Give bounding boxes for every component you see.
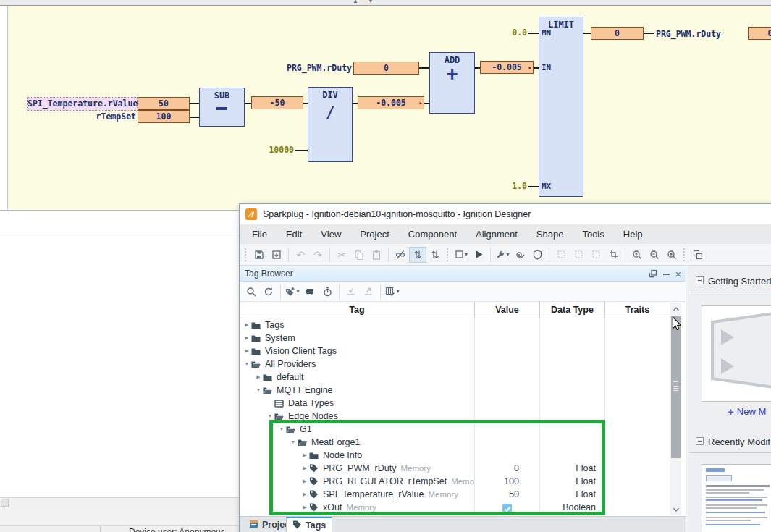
tag-row-xout[interactable]: ▶xOutMemoryBoolean [240,501,670,514]
fbd-var-pwm-rduty-in[interactable]: PRG_PWM.rDuty [277,62,352,75]
minimize-panel-icon[interactable] [663,274,670,275]
expand-arrow-icon[interactable]: ▶ [300,488,309,501]
disable-bindings-button[interactable] [392,247,409,263]
menu-item-component[interactable]: Component [399,229,466,240]
menu-item-edit[interactable]: Edit [277,229,311,240]
table-header[interactable]: Tag Value Data Type Traits [240,302,670,318]
transform-fit-button[interactable] [587,247,604,263]
tab-tags[interactable]: Tags [286,517,332,532]
fbd-value-limit-out[interactable]: 0 [591,27,644,40]
tag-row-prg-regulator-rtempset[interactable]: ▶PRG_REGULATOR_rTempSetMemory100Float [240,475,670,488]
editor-splitter[interactable]: ▲ ▼ [0,0,771,6]
menu-item-alignment[interactable]: Alignment [466,229,527,240]
splitter-up-icon[interactable]: ▲ [353,0,358,5]
menu-item-tools[interactable]: Tools [573,229,613,240]
expand-arrow-icon[interactable]: ▶ [243,332,251,345]
expand-arrow-icon[interactable]: ▶ [300,501,309,514]
zoom-in-button[interactable] [628,247,646,263]
fbd-literal-max[interactable]: 1.0 [508,182,527,191]
toolbar-grip[interactable] [683,248,686,261]
fbd-literal-min[interactable]: 0.0 [508,28,527,38]
collapse-section-icon[interactable] [696,276,704,287]
redo-button[interactable]: ↷ [309,247,326,263]
tag-row-tags[interactable]: ▶Tags [240,318,670,332]
fbd-value-pwm-out[interactable]: 0 [748,27,771,40]
collapse-arrow-icon[interactable]: ▼ [254,384,263,397]
menu-item-file[interactable]: File [243,229,277,240]
tools-wrench-button[interactable]: ▾ [494,247,511,263]
fbd-var-rtempset[interactable]: rTempSet [72,110,136,123]
new-tag-button[interactable]: ▾ [284,284,301,300]
copy-button[interactable] [350,247,368,263]
boolean-checkbox[interactable] [502,504,512,513]
menu-item-view[interactable]: View [311,229,350,240]
collapse-arrow-icon[interactable]: ▼ [289,436,298,449]
cut-button[interactable]: ✂ [333,247,350,263]
expand-arrow-icon[interactable]: ▶ [243,318,251,332]
expand-arrow-icon[interactable]: ▶ [300,475,309,488]
collapse-section-icon[interactable] [696,436,704,447]
fbd-block-sub[interactable]: SUB [199,88,245,127]
refresh-icon[interactable] [260,284,277,300]
window-title-bar[interactable]: Sparkplug - Ignition-debian10-ignition-m… [240,204,771,225]
fbd-literal-10000[interactable]: 10000 [268,145,294,155]
column-header-traits[interactable]: Traits [605,302,670,318]
fbd-var-pwm-rduty-out[interactable]: PRG_PWM.rDuty [656,28,746,41]
expand-arrow-icon[interactable]: ▶ [300,449,309,462]
zoom-selection-button[interactable] [663,247,681,263]
tag-row-data-types[interactable]: Data Types [240,397,670,410]
flip-horizontal-button[interactable]: ⇅ [426,247,444,263]
fbd-value-temp[interactable]: 50 [138,97,190,110]
recently-modified-thumbnail[interactable] [702,464,771,532]
tag-row-default[interactable]: ▶default [240,371,670,384]
menu-item-shape[interactable]: Shape [527,229,573,240]
collapse-arrow-icon[interactable]: ▼ [266,410,274,423]
fbd-block-add[interactable]: ADD + [429,52,475,114]
security-shield-button[interactable] [528,247,546,263]
tag-row-spi-temperature-rvalue[interactable]: ▶SPI_Temperature_rValueMemory50Float [240,488,670,501]
transform-expand-button[interactable] [552,247,570,263]
tag-browser-header[interactable]: Tag Browser × [240,266,686,282]
shape-tool-button[interactable]: ▾ [452,247,470,263]
expand-arrow-icon[interactable]: ▶ [243,345,251,358]
fbd-value-tempset[interactable]: 100 [138,110,190,123]
save-import-button[interactable] [268,247,285,263]
tag-row-g1[interactable]: ▼G1 [240,423,670,436]
transform-crop-button[interactable] [604,247,622,263]
polling-rate-button[interactable] [319,284,336,300]
save-button[interactable] [250,247,268,263]
tag-row-node-info[interactable]: ▶Node Info [240,449,670,462]
flip-vertical-button[interactable]: ⇅ [409,247,426,263]
recently-modified-section[interactable]: Recently Modif [696,436,770,447]
splitter-down-icon[interactable]: ▼ [368,0,374,5]
column-header-tag[interactable]: Tag [240,302,475,318]
edit-columns-button[interactable]: ▾ [384,284,401,300]
scrollbar-thumb[interactable] [1,499,9,507]
zoom-out-button[interactable] [646,247,663,263]
import-tags-button[interactable] [342,284,360,300]
collapse-arrow-icon[interactable]: ▼ [243,358,251,371]
vertical-scrollbar[interactable] [670,303,681,515]
expand-arrow-icon[interactable]: ▶ [300,462,309,475]
export-tags-button[interactable] [360,284,377,300]
menu-item-project[interactable]: Project [350,229,398,240]
paste-button[interactable] [368,247,385,263]
fbd-value-div-out[interactable]: -0.005▸ [358,96,424,109]
column-header-datatype[interactable]: Data Type [540,302,605,318]
close-panel-icon[interactable]: × [675,270,681,279]
tag-row-edge-nodes[interactable]: ▼Edge Nodes [240,410,670,423]
undo-button[interactable]: ↶ [292,247,309,263]
tag-row-mqtt-engine[interactable]: ▼MQTT Engine [240,384,670,397]
getting-started-section[interactable]: Getting Started [696,276,771,287]
float-panel-icon[interactable] [649,268,657,281]
tag-row-prg-pwm-rduty[interactable]: ▶PRG_PWM_rDutyMemory0Float [240,462,670,475]
scrollbar-thumb[interactable] [671,316,681,458]
scroll-up-icon[interactable] [670,303,681,315]
tag-row-vision-client-tags[interactable]: ▶Vision Client Tags [240,345,670,358]
toolbar-grip[interactable] [245,248,248,261]
tag-row-system[interactable]: ▶System [240,332,670,345]
fbd-value-sub-out[interactable]: -50 [251,96,303,109]
fbd-block-div[interactable]: DIV / [308,87,353,162]
collapse-arrow-icon[interactable]: ▼ [277,423,286,436]
fbd-value-pwm-in[interactable]: 0 [353,62,419,75]
